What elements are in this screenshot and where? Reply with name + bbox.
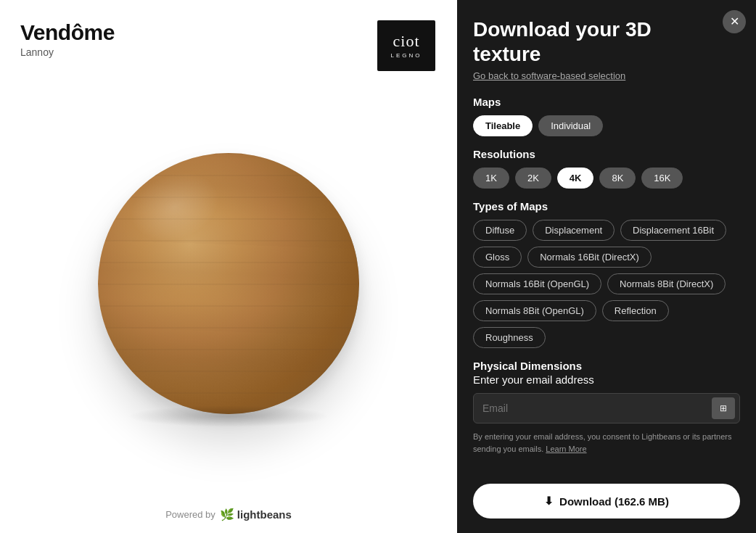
close-button[interactable]: ✕ [723, 10, 746, 33]
types-section: Types of Maps Diffuse Displacement Displ… [473, 200, 740, 348]
texture-sphere [98, 153, 359, 414]
types-label: Types of Maps [473, 200, 740, 212]
brand-title: Vendôme Lannoy [20, 20, 115, 58]
physical-label: Physical Dimensions [473, 360, 740, 372]
panel-title: Download your 3D texture [473, 17, 740, 66]
consent-text: By entering your email address, you cons… [473, 431, 740, 455]
product-name: Vendôme [20, 20, 115, 45]
powered-by-label: Powered by [165, 509, 215, 520]
map-option-tileable[interactable]: Tileable [473, 115, 533, 136]
back-link[interactable]: Go back to software-based selection [473, 70, 740, 81]
type-normals-16bit-directx[interactable]: Normals 16Bit (DirectX) [527, 247, 652, 268]
sphere-container [0, 71, 457, 496]
download-label: Download (162.6 MB) [559, 495, 669, 508]
learn-more-link[interactable]: Learn More [546, 445, 586, 453]
type-normals-8bit-opengl[interactable]: Normals 8Bit (OpenGL) [473, 300, 596, 321]
right-panel: ✕ Download your 3D texture Go back to so… [457, 0, 756, 533]
brand-header: Vendôme Lannoy ciot LEGNO [0, 0, 457, 71]
type-displacement-16bit[interactable]: Displacement 16Bit [620, 220, 726, 241]
resolution-16k[interactable]: 16K [641, 168, 683, 189]
type-normals-8bit-directx[interactable]: Normals 8Bit (DirectX) [607, 273, 726, 294]
type-normals-16bit-opengl[interactable]: Normals 16Bit (OpenGL) [473, 273, 601, 294]
email-input-row: ⊞ [473, 393, 740, 423]
logo-sub: LEGNO [390, 52, 422, 59]
maps-options: Tileable Individual [473, 115, 740, 136]
powered-by: Powered by 🌿 lightbeans [0, 496, 457, 533]
brand-logo: ciot LEGNO [377, 20, 435, 71]
sphere-surface [98, 153, 359, 414]
type-reflection[interactable]: Reflection [602, 300, 669, 321]
lightbeans-text: lightbeans [237, 508, 292, 521]
resolutions-label: Resolutions [473, 148, 740, 160]
download-icon: ⬇ [544, 495, 554, 508]
email-input[interactable] [482, 402, 712, 414]
type-gloss[interactable]: Gloss [473, 247, 522, 268]
maps-section: Maps Tileable Individual [473, 96, 740, 136]
grid-icon: ⊞ [720, 403, 727, 413]
type-roughness[interactable]: Roughness [473, 327, 546, 348]
resolution-options: 1K 2K 4K 8K 16K [473, 168, 740, 189]
resolutions-section: Resolutions 1K 2K 4K 8K 16K [473, 148, 740, 189]
map-option-individual[interactable]: Individual [538, 115, 603, 136]
email-label: Enter your email address [473, 373, 740, 386]
maps-label: Maps [473, 96, 740, 108]
leaf-icon: 🌿 [220, 508, 234, 521]
email-submit-icon[interactable]: ⊞ [712, 397, 735, 419]
left-panel: Vendôme Lannoy ciot LEGNO Powered by 🌿 l… [0, 0, 457, 533]
type-displacement[interactable]: Displacement [533, 220, 615, 241]
resolution-4k[interactable]: 4K [557, 168, 594, 189]
type-options: Diffuse Displacement Displacement 16Bit … [473, 220, 740, 348]
product-sub: Lannoy [20, 46, 115, 58]
type-diffuse[interactable]: Diffuse [473, 220, 527, 241]
download-button[interactable]: ⬇ Download (162.6 MB) [473, 484, 740, 518]
resolution-2k[interactable]: 2K [515, 168, 551, 189]
resolution-8k[interactable]: 8K [599, 168, 636, 189]
email-section: Physical Dimensions Enter your email add… [473, 360, 740, 465]
sphere-shadow [127, 405, 330, 427]
logo-text: ciot [393, 33, 420, 49]
lightbeans-logo: 🌿 lightbeans [220, 508, 292, 521]
sphere-wrapper [98, 153, 359, 414]
resolution-1k[interactable]: 1K [473, 168, 509, 189]
